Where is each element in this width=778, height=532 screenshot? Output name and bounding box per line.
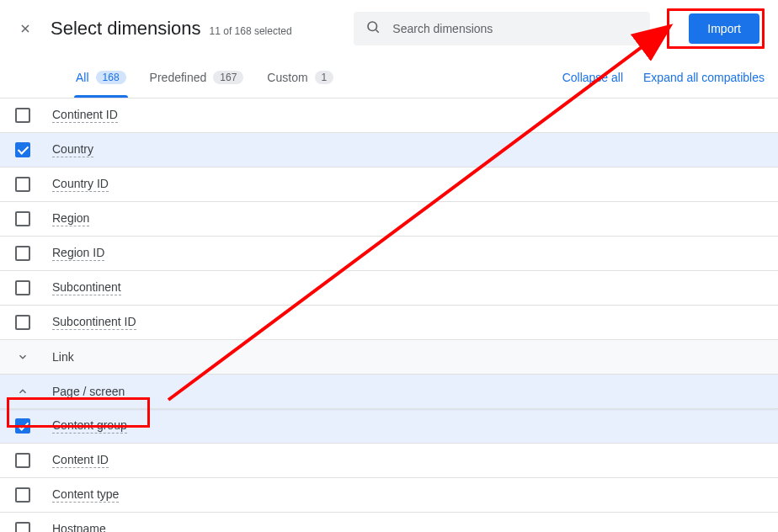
- tab-predefined[interactable]: Predefined167: [138, 57, 256, 98]
- svg-point-0: [368, 22, 377, 31]
- tab-label: Predefined: [150, 71, 207, 84]
- import-button[interactable]: Import: [689, 13, 759, 44]
- dimension-label: Region ID: [52, 246, 104, 261]
- checkbox[interactable]: [15, 487, 30, 503]
- dimension-label: Subcontinent ID: [52, 315, 136, 330]
- checkbox[interactable]: [15, 315, 30, 330]
- close-icon[interactable]: [17, 20, 34, 37]
- group-header[interactable]: Page / screen: [0, 375, 778, 409]
- dimension-label: Subcontinent: [52, 280, 121, 295]
- tab-label: All: [76, 71, 89, 84]
- dimension-label: Country ID: [52, 177, 109, 192]
- checkbox[interactable]: [15, 418, 30, 434]
- group-label: Link: [52, 350, 74, 364]
- checkbox[interactable]: [15, 211, 30, 226]
- checkbox[interactable]: [15, 280, 30, 295]
- dimension-label: Region: [52, 211, 89, 226]
- dimension-row[interactable]: Content group: [0, 409, 778, 444]
- chevron-up-icon[interactable]: [15, 384, 30, 399]
- checkbox[interactable]: [15, 108, 30, 123]
- tab-badge: 167: [213, 71, 243, 84]
- dimension-label: Country: [52, 142, 93, 157]
- expand-all-link[interactable]: Expand all compatibles: [643, 71, 765, 84]
- tab-badge: 168: [96, 71, 126, 84]
- annotation-highlight-import: Import: [667, 8, 765, 49]
- dimension-row[interactable]: Continent ID: [0, 98, 778, 133]
- collapse-all-link[interactable]: Collapse all: [562, 71, 623, 84]
- dimension-label: Content type: [52, 487, 119, 503]
- dimension-row[interactable]: Region ID: [0, 237, 778, 271]
- dimension-row[interactable]: Subcontinent: [0, 271, 778, 306]
- dimension-row[interactable]: Country ID: [0, 168, 778, 202]
- selection-count: 11 of 168 selected: [210, 25, 292, 37]
- dimension-label: Content group: [52, 418, 127, 434]
- checkbox[interactable]: [15, 246, 30, 261]
- checkbox[interactable]: [15, 142, 30, 157]
- tab-all[interactable]: All168: [64, 57, 138, 98]
- checkbox[interactable]: [15, 177, 30, 192]
- dimension-label: Continent ID: [52, 108, 118, 123]
- checkbox[interactable]: [15, 522, 30, 532]
- search-box[interactable]: [354, 12, 650, 45]
- search-input[interactable]: [392, 22, 638, 35]
- dimension-row[interactable]: Content type: [0, 478, 778, 513]
- tab-custom[interactable]: Custom1: [255, 57, 345, 98]
- chevron-down-icon[interactable]: [15, 349, 30, 364]
- page-title: Select dimensions: [51, 18, 201, 40]
- tab-badge: 1: [315, 71, 334, 84]
- tab-label: Custom: [267, 71, 307, 84]
- dimension-label: Content ID: [52, 453, 109, 468]
- checkbox[interactable]: [15, 453, 30, 468]
- dimension-row[interactable]: Content ID: [0, 444, 778, 478]
- dimension-row[interactable]: Hostname: [0, 513, 778, 532]
- search-icon: [365, 19, 381, 38]
- dimension-label: Hostname: [52, 522, 106, 532]
- dimension-row[interactable]: Subcontinent ID: [0, 306, 778, 340]
- dimension-row[interactable]: Country: [0, 133, 778, 168]
- dimension-row[interactable]: Region: [0, 202, 778, 237]
- group-header[interactable]: Link: [0, 340, 778, 375]
- group-label: Page / screen: [52, 385, 125, 399]
